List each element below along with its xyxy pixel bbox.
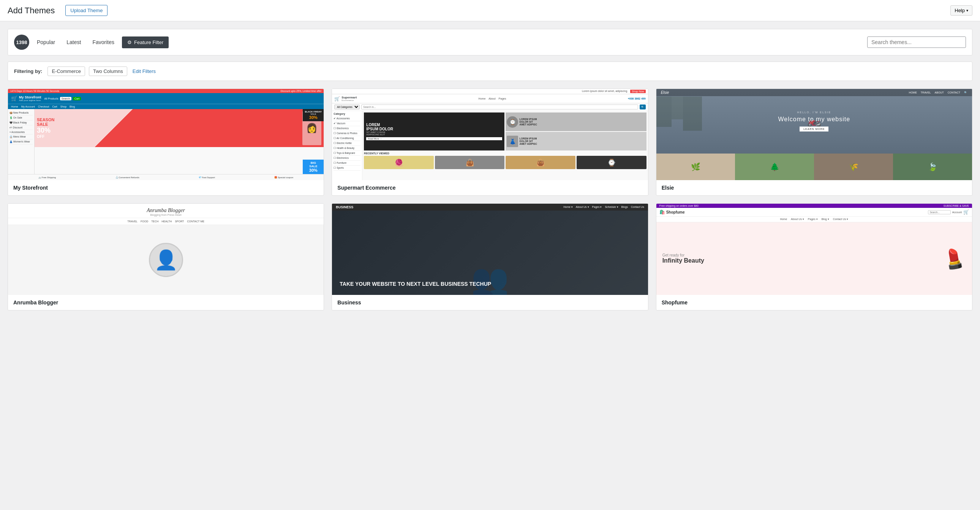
filter-bar: Filtering by: E-Commerce Two Columns Edi… bbox=[8, 62, 972, 81]
anrumba-logo: Anrumba Blogger bbox=[11, 207, 321, 214]
supermart-main: LOREMIPSUM DOLOR SIT AMET CONSEADIPISCIN… bbox=[363, 111, 648, 180]
theme-card-shopfume[interactable]: Free shipping on orders over $80 SUBSCRI… bbox=[656, 203, 972, 311]
theme-preview-business: BUSINESS Home ▾About Us ▾Pages ▾Schedule… bbox=[332, 204, 648, 295]
supermart-categories: Category ✔ Accessories ✔ Vaccum ☐ Electr… bbox=[332, 111, 363, 180]
theme-name-my-storefront: My Storefront bbox=[8, 180, 324, 195]
storefront-footer: 🚲 Free Shipping ⚓ Convenient Refunds 💎 F… bbox=[8, 174, 324, 180]
elsie-gallery: 🌿 🌲 🌾 🍃 bbox=[656, 153, 972, 180]
elsie-nav: Elsie HOMETRAVELABOUTCONTACT 🔍 bbox=[656, 89, 972, 96]
theme-name-shopfume: Shopfume bbox=[656, 295, 972, 310]
theme-count-badge: 1398 bbox=[14, 35, 29, 50]
store-name: My Storefront bbox=[19, 96, 41, 99]
shopfume-product-image: 💄 bbox=[940, 246, 967, 272]
help-label: Help bbox=[955, 8, 965, 13]
shopfume-header: 🛍️ Shopfume Account 🛒 bbox=[656, 208, 972, 217]
storefront-header: 🛒 My Storefront Add your tagline here Al… bbox=[8, 93, 324, 104]
feature-filter-label: Feature Filter bbox=[134, 40, 163, 45]
supermart-search-bar: All Categories 🔍 bbox=[332, 104, 648, 111]
shopfume-topbar: Free shipping on orders over $80 SUBSCRI… bbox=[656, 204, 972, 208]
help-button[interactable]: Help ▾ bbox=[950, 5, 972, 16]
theme-card-elsie[interactable]: Elsie HOMETRAVELABOUTCONTACT 🔍 HELLO, I'… bbox=[656, 89, 972, 196]
shopfume-tagline: Get ready for bbox=[662, 253, 704, 257]
theme-name-business: Business bbox=[332, 295, 648, 310]
shopfume-body: Get ready for Infinity Beauty 💄 bbox=[656, 222, 972, 295]
store-tagline: Add your tagline here bbox=[19, 99, 41, 102]
banner-right: Discount upto 25%, Limited time offer bbox=[280, 90, 321, 92]
main-content: 1398 Popular Latest Favorites ⚙ Feature … bbox=[0, 21, 980, 318]
page-title: Add Themes bbox=[8, 6, 55, 16]
business-name: BUSINESS bbox=[336, 205, 353, 209]
tab-popular[interactable]: Popular bbox=[33, 37, 59, 48]
elsie-title: Welcome to my website bbox=[778, 116, 850, 123]
shopfume-topbar-right: SUBSCRIBE & SAVE bbox=[943, 204, 969, 207]
tabs-bar: 1398 Popular Latest Favorites ⚙ Feature … bbox=[8, 29, 972, 56]
top-bar: Add Themes Upload Theme Help ▾ bbox=[0, 0, 980, 21]
supermart-header: 🛒 Supermart Ecommerce HomeAboutPages +00… bbox=[332, 94, 648, 104]
theme-preview-anrumba: Anrumba Blogger Blogging from Press Hear… bbox=[8, 204, 324, 295]
anrumba-body: 👤 bbox=[8, 225, 324, 295]
gear-icon: ⚙ bbox=[127, 40, 132, 45]
theme-name-supermart: Supermart Ecommerce bbox=[332, 180, 648, 195]
anrumba-tagline: Blogging from Press Heart bbox=[11, 214, 321, 216]
anrumba-nav: TRAVELFOODTECHHEALTHSPORTCONTACT ME bbox=[8, 218, 324, 225]
filter-label: Filtering by: bbox=[14, 69, 42, 74]
theme-card-my-storefront[interactable]: 1474 Days 13 Hours 58 Minutes 50 Seconds… bbox=[8, 89, 324, 196]
storefront-main: SEASONSALE 30% OFF 👩 BLACK FRIDAY SALE 3… bbox=[35, 109, 324, 174]
theme-card-anrumba[interactable]: Anrumba Blogger Blogging from Press Hear… bbox=[8, 203, 324, 311]
storefront-nav: Home My Account Checkout Cart Shop Blog bbox=[8, 104, 324, 109]
shopfume-nav: HomeAbout Us ▾Pages ▾Blog ▾Contact Us ▾ bbox=[656, 217, 972, 222]
themes-grid: 1474 Days 13 Hours 58 Minutes 50 Seconds… bbox=[8, 89, 972, 311]
business-nav: BUSINESS Home ▾About Us ▾Pages ▾Schedule… bbox=[332, 204, 648, 210]
edit-filters-link[interactable]: Edit Filters bbox=[132, 69, 156, 74]
business-hero: 👥 TAKE YOUR WEBSITE TO NEXT LEVEL BUSINE… bbox=[332, 210, 648, 295]
theme-name-elsie: Elsie bbox=[656, 180, 972, 195]
shopfume-product-name: Infinity Beauty bbox=[662, 257, 704, 264]
theme-card-business[interactable]: BUSINESS Home ▾About Us ▾Pages ▾Schedule… bbox=[332, 203, 648, 311]
shopfume-topbar-left: Free shipping on orders over $80 bbox=[659, 204, 698, 207]
business-hero-text: TAKE YOUR WEBSITE TO NEXT LEVEL BUSINESS… bbox=[340, 280, 491, 287]
supermart-topbar: Lorem ipsum dolor sit amet, adipiscing S… bbox=[332, 89, 648, 94]
shopfume-logo: Shopfume bbox=[666, 210, 685, 214]
theme-preview-elsie: Elsie HOMETRAVELABOUTCONTACT 🔍 HELLO, I'… bbox=[656, 89, 972, 180]
chevron-down-icon: ▾ bbox=[966, 8, 968, 13]
theme-card-supermart[interactable]: Lorem ipsum dolor sit amet, adipiscing S… bbox=[332, 89, 648, 196]
theme-preview-shopfume: Free shipping on orders over $80 SUBSCRI… bbox=[656, 204, 972, 295]
filter-tag-twocolumns: Two Columns bbox=[89, 67, 127, 76]
elsie-learn-more-button[interactable]: LEARN MORE bbox=[800, 127, 829, 131]
storefront-banner: 1474 Days 13 Hours 58 Minutes 50 Seconds… bbox=[8, 89, 324, 93]
filter-tag-ecommerce: E-Commerce bbox=[48, 67, 85, 76]
tab-latest[interactable]: Latest bbox=[63, 37, 85, 48]
feature-filter-button[interactable]: ⚙ Feature Filter bbox=[122, 37, 169, 48]
search-input[interactable] bbox=[867, 37, 966, 48]
theme-preview-my-storefront: 1474 Days 13 Hours 58 Minutes 50 Seconds… bbox=[8, 89, 324, 180]
banner-left: 1474 Days 13 Hours 58 Minutes 50 Seconds bbox=[10, 90, 59, 92]
storefront-sidebar: 📦 New Products 💲 On Sale 🖤 Black Friday … bbox=[8, 109, 35, 174]
storefront-body: 📦 New Products 💲 On Sale 🖤 Black Friday … bbox=[8, 109, 324, 174]
tab-favorites[interactable]: Favorites bbox=[89, 37, 118, 48]
supermart-body: Category ✔ Accessories ✔ Vaccum ☐ Electr… bbox=[332, 111, 648, 180]
tabs-left: 1398 Popular Latest Favorites ⚙ Feature … bbox=[14, 35, 169, 50]
theme-preview-supermart: Lorem ipsum dolor sit amet, adipiscing S… bbox=[332, 89, 648, 180]
upload-theme-button[interactable]: Upload Theme bbox=[65, 5, 108, 16]
theme-name-anrumba: Anrumba Blogger bbox=[8, 295, 324, 310]
elsie-greeting: HELLO, I'M ELSIE bbox=[797, 111, 831, 114]
